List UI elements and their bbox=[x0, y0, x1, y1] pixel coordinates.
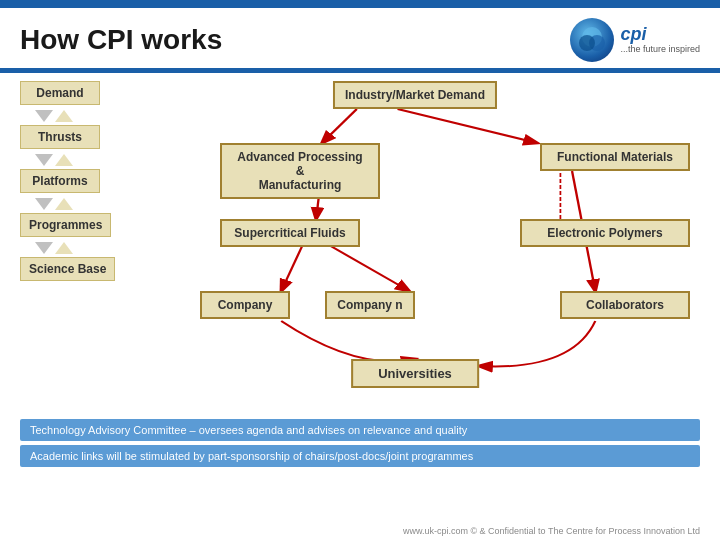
top-bar bbox=[0, 0, 720, 8]
info-bars: Technology Advisory Committee – oversees… bbox=[20, 419, 700, 467]
science-base-label: Science Base bbox=[20, 257, 115, 281]
logo-circle-icon bbox=[570, 18, 614, 62]
platforms-label-item: Platforms bbox=[20, 169, 115, 193]
arrow-up-icon2 bbox=[55, 154, 73, 166]
arrow-down-icon3 bbox=[35, 198, 53, 210]
logo-text: cpi ...the future inspired bbox=[620, 25, 700, 55]
company-n-box: Company n bbox=[325, 291, 415, 319]
universities-box: Universities bbox=[351, 359, 479, 388]
demand-arrows bbox=[20, 110, 115, 122]
logo-area: cpi ...the future inspired bbox=[570, 18, 700, 62]
arrow-up-icon3 bbox=[55, 198, 73, 210]
svg-line-4 bbox=[398, 109, 538, 143]
thrusts-label: Thrusts bbox=[20, 125, 100, 149]
slide: How CPI works cpi ...the future inspired… bbox=[0, 0, 720, 540]
arrow-down-icon bbox=[35, 110, 53, 122]
functional-materials-box: Functional Materials bbox=[540, 143, 690, 171]
diagram: Industry/Market Demand Advanced Processi… bbox=[130, 81, 700, 411]
thrusts-label-item: Thrusts bbox=[20, 125, 115, 149]
advanced-processing-box: Advanced Processing &Manufacturing bbox=[220, 143, 380, 199]
arrow-up-icon4 bbox=[55, 242, 73, 254]
collaborators-box: Collaborators bbox=[560, 291, 690, 319]
programmes-arrows bbox=[20, 242, 115, 254]
logo-cpi-text: cpi bbox=[620, 25, 700, 45]
platforms-label: Platforms bbox=[20, 169, 100, 193]
supercritical-fluids-box: Supercritical Fluids bbox=[220, 219, 360, 247]
company-box: Company bbox=[200, 291, 290, 319]
footer-text: www.uk-cpi.com © & Confidential to The C… bbox=[403, 526, 700, 536]
industry-market-demand-box: Industry/Market Demand bbox=[333, 81, 497, 109]
svg-line-7 bbox=[322, 241, 409, 291]
header: How CPI works cpi ...the future inspired bbox=[0, 8, 720, 68]
demand-label: Demand bbox=[20, 81, 100, 105]
platforms-arrows bbox=[20, 198, 115, 210]
science-base-label-item: Science Base bbox=[20, 257, 115, 281]
logo-tagline-text: ...the future inspired bbox=[620, 45, 700, 55]
info-bar-1: Technology Advisory Committee – oversees… bbox=[20, 419, 700, 441]
svg-point-2 bbox=[579, 35, 595, 51]
arrow-up-icon bbox=[55, 110, 73, 122]
arrow-down-icon4 bbox=[35, 242, 53, 254]
demand-label-item: Demand bbox=[20, 81, 115, 105]
programmes-label-item: Programmes bbox=[20, 213, 115, 237]
programmes-label: Programmes bbox=[20, 213, 111, 237]
main-content: Demand Thrusts Platforms bbox=[0, 73, 720, 415]
thrusts-arrows bbox=[20, 154, 115, 166]
info-bar-2: Academic links will be stimulated by par… bbox=[20, 445, 700, 467]
electronic-polymers-box: Electronic Polymers bbox=[520, 219, 690, 247]
arrow-down-icon2 bbox=[35, 154, 53, 166]
left-labels: Demand Thrusts Platforms bbox=[20, 81, 115, 283]
page-title: How CPI works bbox=[20, 24, 222, 56]
svg-line-6 bbox=[281, 241, 304, 291]
svg-line-3 bbox=[322, 109, 357, 143]
